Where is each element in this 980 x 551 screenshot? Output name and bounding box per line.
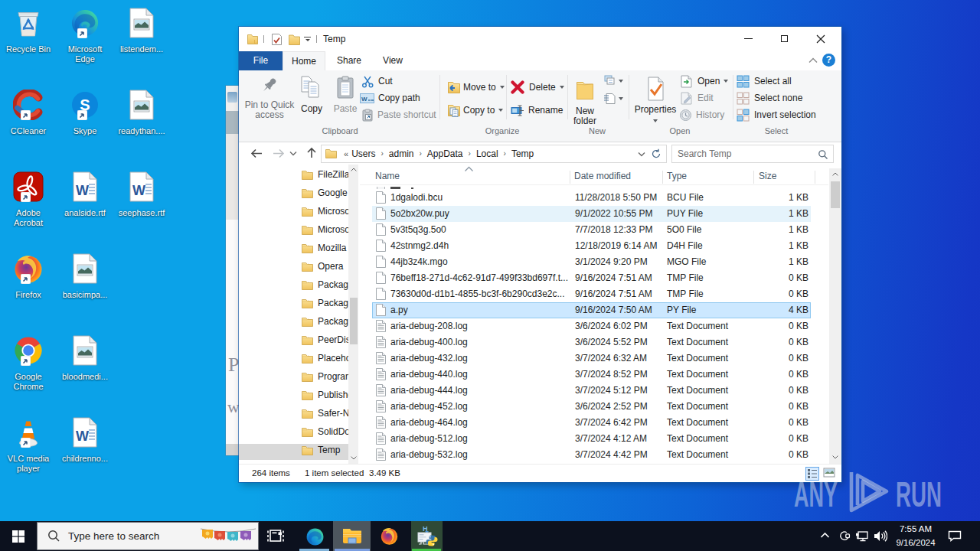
svg-text:W: W <box>76 183 89 198</box>
svg-text:W: W <box>361 95 368 102</box>
svg-text:W: W <box>132 183 145 198</box>
svg-text:RUN: RUN <box>896 474 942 514</box>
svg-text:ANY: ANY <box>794 474 838 514</box>
svg-text:W: W <box>76 429 89 444</box>
svg-text:7:55 AM: 7:55 AM <box>900 524 932 533</box>
svg-text:9/16/2024: 9/16/2024 <box>896 538 936 547</box>
